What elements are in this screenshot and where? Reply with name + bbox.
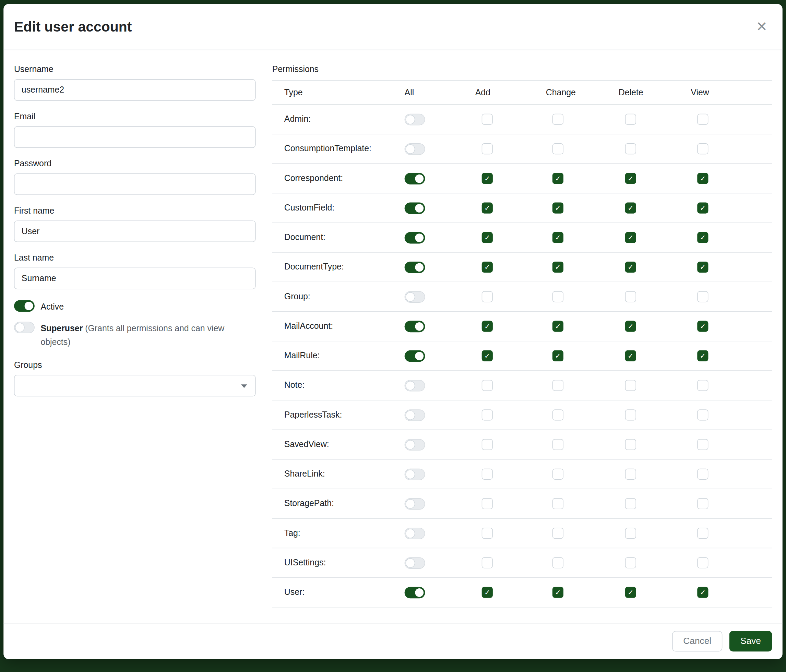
permission-delete-checkbox[interactable] [625,557,636,568]
permission-delete-checkbox[interactable] [625,469,636,480]
permission-add-checkbox[interactable]: ✓ [482,262,493,273]
permission-view-checkbox[interactable]: ✓ [697,350,708,361]
permission-all-toggle[interactable] [405,350,425,362]
permission-delete-checkbox[interactable]: ✓ [625,587,636,598]
permission-all-toggle[interactable] [405,143,425,155]
permission-view-checkbox[interactable] [697,498,708,509]
permission-delete-checkbox[interactable] [625,439,636,450]
permission-view-checkbox[interactable] [697,557,708,568]
permission-view-checkbox[interactable] [697,469,708,480]
permission-all-toggle[interactable] [405,320,425,332]
toggle-knob [415,174,423,183]
permission-change-checkbox[interactable] [552,469,563,480]
save-button[interactable]: Save [729,631,772,652]
permission-change-checkbox[interactable] [552,528,563,539]
permission-add-checkbox[interactable] [482,469,493,480]
permission-all-toggle[interactable] [405,409,425,421]
permission-change-checkbox[interactable] [552,557,563,568]
email-input[interactable] [14,126,256,148]
permission-all-toggle[interactable] [405,498,425,509]
permission-all-toggle[interactable] [405,527,425,539]
permission-all-toggle[interactable] [405,232,425,243]
permission-add-checkbox[interactable] [482,528,493,539]
permission-add-checkbox[interactable] [482,380,493,391]
permission-all-toggle[interactable] [405,587,425,598]
permission-view-checkbox[interactable]: ✓ [697,321,708,332]
permission-change-checkbox[interactable]: ✓ [552,203,563,214]
permission-view-checkbox[interactable]: ✓ [697,232,708,243]
permission-add-checkbox[interactable] [482,114,493,125]
permission-delete-checkbox[interactable] [625,291,636,302]
permission-add-checkbox[interactable]: ✓ [482,321,493,332]
permission-delete-checkbox[interactable]: ✓ [625,232,636,243]
permission-all-toggle[interactable] [405,380,425,391]
permission-view-checkbox[interactable]: ✓ [697,173,708,184]
permission-view-checkbox[interactable] [697,380,708,391]
password-input[interactable] [14,173,256,195]
permission-delete-checkbox[interactable] [625,380,636,391]
permission-all-toggle[interactable] [405,173,425,184]
permission-change-checkbox[interactable] [552,143,563,154]
permission-view-checkbox[interactable] [697,528,708,539]
permission-add-checkbox[interactable]: ✓ [482,350,493,361]
permission-change-checkbox[interactable]: ✓ [552,232,563,243]
permission-change-checkbox[interactable] [552,380,563,391]
permission-add-checkbox[interactable] [482,498,493,509]
permission-all-toggle[interactable] [405,439,425,451]
permission-add-checkbox[interactable]: ✓ [482,587,493,598]
permission-delete-checkbox[interactable] [625,409,636,420]
permission-change-checkbox[interactable] [552,114,563,125]
permission-view-checkbox[interactable] [697,439,708,450]
cancel-button[interactable]: Cancel [672,631,722,652]
permission-delete-checkbox[interactable]: ✓ [625,173,636,184]
permission-view-checkbox[interactable] [697,291,708,302]
permission-all-toggle[interactable] [405,291,425,303]
permission-add-checkbox[interactable] [482,291,493,302]
permission-all-toggle[interactable] [405,202,425,214]
permission-delete-checkbox[interactable] [625,114,636,125]
permission-view-checkbox[interactable] [697,143,708,154]
permission-add-checkbox[interactable]: ✓ [482,173,493,184]
permission-change-checkbox[interactable] [552,409,563,420]
groups-select[interactable] [14,375,256,396]
first-name-input[interactable] [14,220,256,242]
permission-change-checkbox[interactable]: ✓ [552,587,563,598]
permission-delete-checkbox[interactable]: ✓ [625,321,636,332]
username-input[interactable] [14,79,256,101]
close-icon[interactable]: ✕ [754,18,770,36]
groups-field-group: Groups [14,360,256,396]
permission-all-toggle[interactable] [405,468,425,480]
permission-add-checkbox[interactable] [482,439,493,450]
permission-add-checkbox[interactable] [482,143,493,154]
permission-change-checkbox[interactable]: ✓ [552,350,563,361]
permission-change-checkbox[interactable]: ✓ [552,173,563,184]
superuser-toggle[interactable] [14,322,35,334]
permission-change-checkbox[interactable] [552,498,563,509]
permission-change-checkbox[interactable] [552,439,563,450]
permission-all-toggle[interactable] [405,557,425,569]
permission-delete-checkbox[interactable] [625,143,636,154]
permission-add-checkbox[interactable] [482,557,493,568]
permission-view-checkbox[interactable]: ✓ [697,203,708,214]
permission-change-checkbox[interactable]: ✓ [552,262,563,273]
last-name-input[interactable] [14,268,256,289]
permission-add-checkbox[interactable] [482,409,493,420]
permission-add-checkbox[interactable]: ✓ [482,232,493,243]
toggle-knob [415,263,423,272]
permission-delete-checkbox[interactable] [625,498,636,509]
permission-delete-checkbox[interactable]: ✓ [625,350,636,361]
permission-delete-checkbox[interactable] [625,528,636,539]
permission-change-checkbox[interactable] [552,291,563,302]
active-toggle[interactable] [14,300,35,312]
permission-delete-checkbox[interactable]: ✓ [625,262,636,273]
permission-view-checkbox[interactable]: ✓ [697,262,708,273]
permission-delete-checkbox[interactable]: ✓ [625,203,636,214]
permission-change-checkbox[interactable]: ✓ [552,321,563,332]
permission-all-toggle[interactable] [405,113,425,125]
permission-view-checkbox[interactable] [697,409,708,420]
permission-view-checkbox[interactable]: ✓ [697,587,708,598]
permission-all-toggle[interactable] [405,261,425,273]
permission-view-checkbox[interactable] [697,114,708,125]
permission-row: Tag: [272,519,772,548]
permission-add-checkbox[interactable]: ✓ [482,203,493,214]
